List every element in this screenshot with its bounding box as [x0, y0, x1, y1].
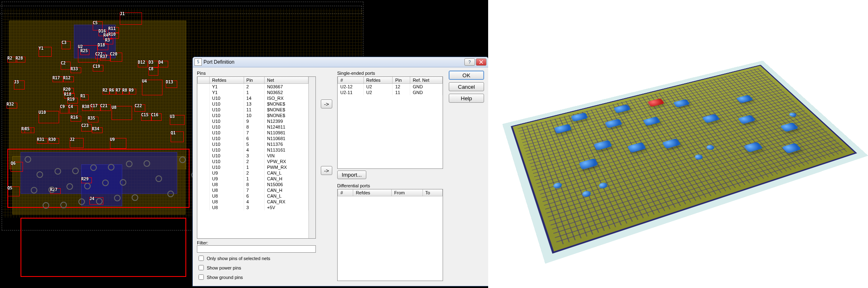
refdes-label: C19	[93, 64, 100, 69]
via	[108, 164, 114, 170]
table-row[interactable]: U1010$NONE$	[198, 113, 308, 118]
diff-label: Differential ports	[337, 183, 443, 188]
refdes-label: R19	[67, 97, 75, 101]
table-row[interactable]: U103VIN	[198, 153, 308, 159]
help-icon-button[interactable]: ?	[464, 58, 475, 66]
pins-grid[interactable]: Refdes Pin Net Y12N03667Y11N03652U1014IS…	[197, 76, 316, 239]
table-row[interactable]: U2-11U211GND	[338, 90, 443, 95]
refdes-label: U10	[39, 110, 46, 115]
d-col-to[interactable]: To	[423, 189, 442, 196]
refdes-label: R5	[25, 127, 30, 131]
table-row[interactable]: U92CAN_L	[198, 170, 308, 176]
refdes-label: R38	[82, 104, 89, 109]
col-pin[interactable]: Pin	[244, 77, 264, 84]
d-col-refdes[interactable]: Refdes	[353, 189, 392, 196]
table-row[interactable]: U105N11376	[198, 141, 308, 147]
refdes-label: J4	[89, 196, 94, 201]
refdes-label: R3	[105, 38, 110, 42]
via	[120, 179, 126, 186]
table-row[interactable]: U83+5V	[198, 205, 308, 210]
refdes-label: J2	[70, 137, 75, 142]
table-row[interactable]: U84CAN_RX	[198, 199, 308, 205]
close-button[interactable]	[476, 58, 487, 66]
refdes-label: D4	[158, 60, 163, 65]
refdes-label: J1	[120, 12, 125, 16]
table-row[interactable]: U102VPW_RX	[198, 159, 308, 164]
table-row[interactable]: U108N124811	[198, 124, 308, 130]
via	[31, 187, 37, 194]
help-button[interactable]: Help	[449, 94, 484, 103]
s-col-hash[interactable]: #	[338, 77, 364, 84]
table-row[interactable]: U104N113161	[198, 147, 308, 153]
table-row[interactable]: Y12N03667	[198, 84, 308, 90]
filter-label: Filter:	[197, 240, 316, 245]
move-to-diff[interactable]: ->	[321, 166, 332, 175]
d-col-from[interactable]: From	[392, 189, 423, 196]
move-to-single[interactable]: ->	[321, 99, 332, 108]
refdes-label: Q6	[11, 161, 16, 166]
refdes-label: D18	[98, 43, 105, 47]
pins-scrollbar[interactable]	[308, 77, 315, 238]
cb-ground-pins[interactable]: Show ground pins	[197, 273, 316, 281]
refdes-label: C5	[93, 21, 98, 25]
s-col-refnet[interactable]: Ref. Net	[410, 77, 443, 84]
refdes-label: R1	[80, 94, 85, 98]
table-row[interactable]: U109N12399	[198, 118, 308, 124]
via	[66, 183, 73, 190]
refdes-label: C23	[81, 123, 89, 128]
rownum-header[interactable]	[198, 77, 210, 84]
refdes-label: R17	[53, 76, 60, 80]
cb-selected-nets[interactable]: Only show pins of selected nets	[197, 254, 316, 262]
table-row[interactable]: U2-12U212GND	[338, 84, 443, 90]
via	[155, 175, 162, 182]
single-grid[interactable]: # Refdes Pin Ref. Net U2-12U212GNDU2-11U…	[337, 76, 443, 169]
col-refdes[interactable]: Refdes	[210, 77, 244, 84]
filter-input[interactable]	[197, 245, 316, 253]
ok-button[interactable]: OK	[449, 71, 484, 80]
via	[72, 168, 79, 174]
via	[144, 160, 150, 167]
diff-grid[interactable]: # Refdes From To	[337, 189, 443, 281]
table-row[interactable]: U1014ISO_RX	[198, 95, 308, 101]
via	[84, 183, 91, 189]
import-button[interactable]: Import...	[337, 170, 366, 179]
cb-power-pins[interactable]: Show power pins	[197, 264, 316, 272]
single-label: Single-ended ports	[337, 71, 443, 76]
s-col-pin[interactable]: Pin	[393, 77, 410, 84]
table-row[interactable]: U107N110981	[198, 130, 308, 136]
via	[48, 187, 55, 193]
refdes-label: R16	[71, 115, 78, 120]
refdes-label: R30	[48, 137, 56, 142]
port-definition-dialog: S Port Definition ? Pins Refdes Pin Net	[192, 57, 489, 286]
d-col-hash[interactable]: #	[338, 189, 353, 196]
col-net[interactable]: Net	[265, 77, 308, 84]
table-row[interactable]: U88N15006	[198, 182, 308, 187]
refdes-label: C4	[68, 104, 73, 109]
table-row[interactable]: U101PWM_RX	[198, 164, 308, 170]
via	[78, 198, 85, 205]
refdes-label: Q5	[7, 186, 12, 190]
refdes-label: R35	[88, 116, 95, 120]
table-row[interactable]: U87CAN_H	[198, 187, 308, 193]
refdes-label: C22	[135, 104, 142, 108]
refdes-label: C8	[148, 67, 153, 71]
refdes-label: R18	[64, 92, 71, 97]
refdes-label: U4	[142, 79, 147, 83]
refdes-label: C2	[61, 61, 66, 65]
refdes-label: R9	[129, 88, 134, 92]
refdes-label: R37	[100, 54, 107, 59]
table-row[interactable]: U106N110681	[198, 136, 308, 141]
refdes-label: R4	[103, 33, 108, 37]
dialog-titlebar[interactable]: S Port Definition ?	[193, 57, 488, 67]
table-row[interactable]: U86CAN_L	[198, 193, 308, 199]
table-row[interactable]: U91CAN_H	[198, 176, 308, 182]
s-col-refdes[interactable]: Refdes	[363, 77, 393, 84]
table-row[interactable]: Y11N03652	[198, 90, 308, 95]
table-row[interactable]: U1011$NONE$	[198, 107, 308, 113]
pcb-3d-view[interactable]	[488, 0, 868, 288]
table-row[interactable]: U1013$NONE$	[198, 101, 308, 107]
via	[179, 157, 186, 163]
cancel-button[interactable]: Cancel	[449, 82, 484, 91]
refdes-label: C15	[141, 113, 148, 117]
via	[114, 195, 121, 201]
